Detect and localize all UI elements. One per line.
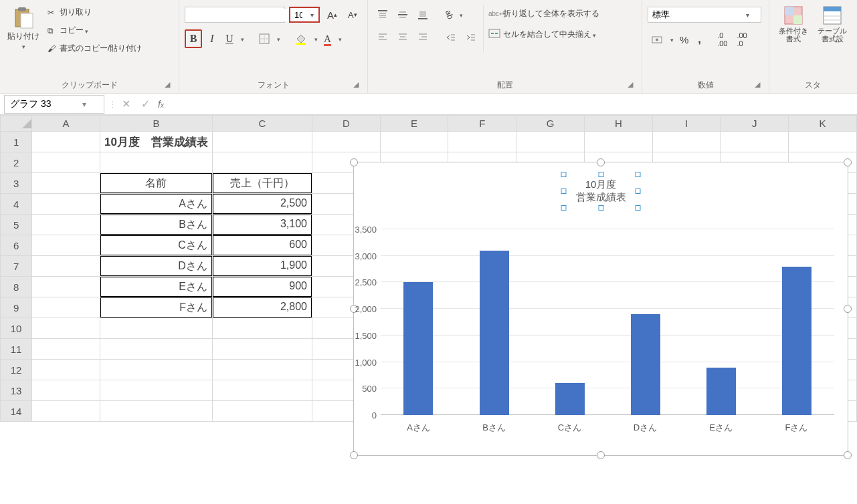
title-handle[interactable] bbox=[636, 172, 641, 177]
increase-font-button[interactable]: A▴ bbox=[324, 7, 341, 23]
cell[interactable] bbox=[652, 132, 721, 152]
row-header[interactable]: 4 bbox=[1, 194, 32, 215]
align-launcher[interactable]: ◢ bbox=[626, 80, 635, 90]
cell[interactable] bbox=[32, 173, 100, 194]
cell[interactable] bbox=[32, 297, 100, 318]
cell[interactable] bbox=[32, 380, 100, 401]
resize-handle[interactable] bbox=[597, 451, 605, 459]
cell[interactable] bbox=[32, 152, 100, 173]
cell[interactable] bbox=[584, 132, 652, 152]
cell[interactable]: 600 bbox=[212, 235, 312, 256]
col-header[interactable]: J bbox=[721, 116, 789, 132]
resize-handle[interactable] bbox=[350, 451, 358, 459]
font-size-combo[interactable]: ▾ bbox=[289, 7, 320, 23]
orientation-dd[interactable] bbox=[458, 10, 463, 19]
worksheet-grid[interactable]: A B C D E F G H I J K 110月度 営業成績表23名前売上（… bbox=[0, 115, 857, 422]
currency-dd[interactable] bbox=[669, 35, 674, 44]
column-headers[interactable]: A B C D E F G H I J K bbox=[1, 116, 857, 132]
cell[interactable] bbox=[516, 132, 585, 152]
comma-button[interactable]: , bbox=[694, 31, 704, 48]
cell[interactable]: 名前 bbox=[100, 173, 213, 194]
row-header[interactable]: 7 bbox=[1, 256, 32, 277]
cell[interactable] bbox=[100, 401, 213, 422]
cell[interactable]: 900 bbox=[212, 277, 312, 297]
row-header[interactable]: 12 bbox=[1, 360, 32, 380]
title-handle[interactable] bbox=[636, 205, 641, 211]
row-header[interactable]: 11 bbox=[1, 339, 32, 360]
cell[interactable] bbox=[32, 215, 100, 235]
col-header[interactable]: F bbox=[448, 116, 516, 132]
currency-button[interactable] bbox=[648, 31, 666, 47]
clipboard-launcher[interactable]: ◢ bbox=[163, 80, 172, 90]
cell[interactable] bbox=[212, 401, 312, 422]
title-handle[interactable] bbox=[561, 172, 567, 177]
cut-button[interactable]: ✂ 切り取り bbox=[45, 5, 144, 19]
cell[interactable] bbox=[100, 152, 213, 173]
fill-dd[interactable] bbox=[313, 34, 318, 43]
chart-object[interactable]: 10月度 営業成績表 05001,0001,5002,0002,5003,000… bbox=[353, 162, 848, 456]
align-left-button[interactable] bbox=[373, 29, 392, 45]
cell[interactable]: Aさん bbox=[100, 194, 213, 215]
wrap-text-button[interactable]: abc↵ 折り返して全体を表示する bbox=[486, 7, 601, 21]
col-header[interactable]: D bbox=[312, 116, 380, 132]
underline-dd[interactable] bbox=[240, 34, 244, 43]
title-handle[interactable] bbox=[561, 188, 567, 194]
increase-decimal-button[interactable]: .0.00 bbox=[714, 29, 731, 49]
cell[interactable]: Fさん bbox=[100, 297, 213, 318]
cell[interactable]: 売上（千円） bbox=[212, 173, 312, 194]
cell[interactable] bbox=[721, 132, 789, 152]
resize-handle[interactable] bbox=[844, 158, 852, 166]
underline-button[interactable]: U bbox=[222, 31, 237, 47]
cell[interactable] bbox=[380, 132, 448, 152]
col-header[interactable]: E bbox=[380, 116, 448, 132]
resize-handle[interactable] bbox=[597, 158, 605, 166]
cell[interactable]: 10月度 営業成績表 bbox=[100, 132, 213, 152]
cell[interactable]: 2,800 bbox=[212, 297, 312, 318]
cell[interactable]: Cさん bbox=[100, 235, 213, 256]
cell[interactable] bbox=[312, 132, 380, 152]
number-format-combo[interactable]: ▾ bbox=[648, 7, 761, 23]
col-header[interactable]: K bbox=[789, 116, 857, 132]
cell[interactable]: Dさん bbox=[100, 256, 213, 277]
chevron-down-icon[interactable]: ▾ bbox=[306, 11, 317, 19]
col-header[interactable]: G bbox=[516, 116, 585, 132]
cell[interactable] bbox=[212, 360, 312, 380]
cell[interactable] bbox=[32, 318, 100, 339]
chart-bar[interactable] bbox=[706, 368, 736, 415]
cell[interactable] bbox=[32, 194, 100, 215]
formula-input[interactable] bbox=[171, 96, 857, 112]
percent-button[interactable]: % bbox=[676, 32, 692, 47]
cell[interactable]: 1,900 bbox=[212, 256, 312, 277]
fill-color-button[interactable] bbox=[292, 31, 310, 47]
title-handle[interactable] bbox=[636, 188, 641, 194]
chart-bar[interactable] bbox=[782, 267, 812, 415]
fx-icon[interactable]: fx bbox=[155, 99, 171, 110]
row-header[interactable]: 13 bbox=[1, 380, 32, 401]
row-header[interactable]: 6 bbox=[1, 235, 32, 256]
name-box-input[interactable] bbox=[5, 96, 78, 112]
format-painter-button[interactable]: 🖌 書式のコピー/貼り付け bbox=[45, 41, 144, 55]
borders-button[interactable] bbox=[256, 31, 273, 46]
col-header[interactable]: B bbox=[100, 116, 213, 132]
format-as-table-button[interactable]: テーブル書式設 bbox=[814, 3, 851, 45]
col-header[interactable]: H bbox=[584, 116, 652, 132]
copy-button[interactable]: ⧉ コピー bbox=[45, 23, 144, 37]
cell[interactable]: 2,500 bbox=[212, 194, 312, 215]
cell[interactable]: 3,100 bbox=[212, 215, 312, 235]
title-handle[interactable] bbox=[598, 172, 603, 177]
number-format-input[interactable] bbox=[648, 9, 742, 21]
col-header[interactable]: C bbox=[212, 116, 312, 132]
resize-handle[interactable] bbox=[844, 305, 852, 313]
cell[interactable] bbox=[32, 401, 100, 422]
font-color-dd[interactable] bbox=[337, 34, 342, 43]
cell[interactable] bbox=[212, 318, 312, 339]
cell[interactable] bbox=[32, 132, 100, 152]
chart-bar[interactable] bbox=[555, 383, 585, 415]
chart-bar[interactable] bbox=[631, 314, 660, 415]
cell[interactable] bbox=[32, 235, 100, 256]
align-bottom-button[interactable] bbox=[413, 7, 432, 23]
cell[interactable] bbox=[32, 339, 100, 360]
cell[interactable] bbox=[100, 318, 213, 339]
italic-button[interactable]: I bbox=[205, 31, 219, 47]
align-right-button[interactable] bbox=[413, 29, 432, 45]
